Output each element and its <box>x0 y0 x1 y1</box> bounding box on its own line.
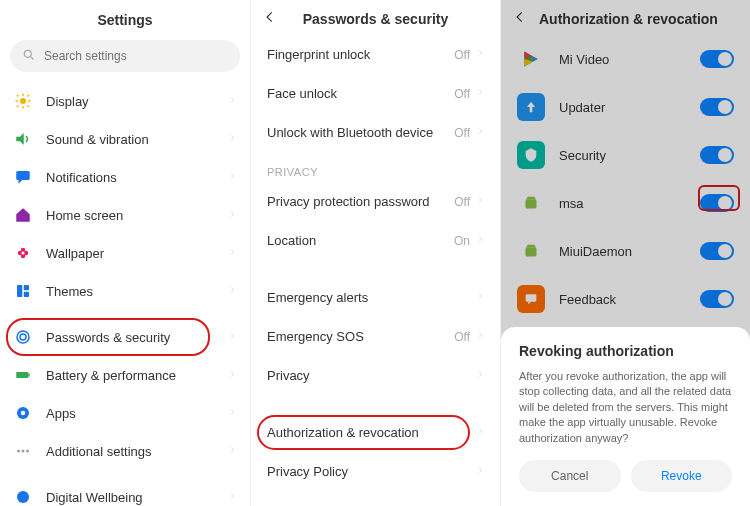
settings-row-label: Sound & vibration <box>46 132 228 147</box>
chevron-right-icon <box>476 233 484 248</box>
setting-row[interactable]: Privacy <box>251 356 500 395</box>
settings-row-label: Additional settings <box>46 444 228 459</box>
svg-marker-13 <box>19 180 23 184</box>
setting-row-label: Fingerprint unlock <box>267 47 454 62</box>
setting-row[interactable]: Privacy protection passwordOff <box>251 182 500 221</box>
setting-row-label: Privacy Policy <box>267 464 476 479</box>
circle-icon <box>14 488 32 506</box>
setting-row[interactable]: Face unlockOff <box>251 74 500 113</box>
settings-row[interactable]: Notifications <box>0 158 250 196</box>
settings-row-label: Apps <box>46 406 228 421</box>
chevron-right-icon <box>228 132 236 147</box>
settings-row[interactable]: Sound & vibration <box>0 120 250 158</box>
setting-row-label: Authorization & revocation <box>267 425 476 440</box>
svg-rect-19 <box>17 285 22 297</box>
speaker-icon <box>14 130 32 148</box>
authorization-revocation-pane: Authorization & revocation Mi VideoUpdat… <box>500 0 750 506</box>
svg-line-10 <box>28 95 30 97</box>
svg-rect-21 <box>24 292 29 297</box>
setting-row[interactable]: LocationOn <box>251 221 500 260</box>
svg-point-28 <box>17 450 20 453</box>
gear-icon <box>14 404 32 422</box>
settings-row[interactable]: Passwords & security <box>0 318 250 356</box>
settings-row-label: Home screen <box>46 208 228 223</box>
fingerprint-icon <box>14 328 32 346</box>
setting-row-value: Off <box>454 87 470 101</box>
settings-row-label: Display <box>46 94 228 109</box>
setting-row[interactable]: Privacy Policy <box>251 452 500 491</box>
setting-row[interactable]: Fingerprint unlockOff <box>251 35 500 74</box>
chevron-right-icon <box>476 86 484 101</box>
svg-point-27 <box>21 411 26 416</box>
svg-marker-11 <box>16 133 24 145</box>
setting-row-value: Off <box>454 330 470 344</box>
settings-row-label: Battery & performance <box>46 368 228 383</box>
svg-point-2 <box>20 98 26 104</box>
settings-row-label: Passwords & security <box>46 330 228 345</box>
search-icon <box>22 48 44 65</box>
settings-row[interactable]: Themes <box>0 272 250 310</box>
settings-row-label: Digital Wellbeing <box>46 490 228 505</box>
chevron-right-icon <box>228 368 236 383</box>
home-icon <box>14 206 32 224</box>
setting-row-value: Off <box>454 126 470 140</box>
chevron-right-icon <box>228 406 236 421</box>
flower-icon <box>14 244 32 262</box>
svg-rect-20 <box>24 285 29 290</box>
setting-row-label: Face unlock <box>267 86 454 101</box>
chevron-right-icon <box>476 425 484 440</box>
settings-row[interactable]: Digital Wellbeing <box>0 478 250 506</box>
setting-row[interactable]: Emergency alerts <box>251 278 500 317</box>
setting-row-label: Privacy <box>267 368 476 383</box>
svg-rect-25 <box>28 374 30 377</box>
chevron-right-icon <box>228 246 236 261</box>
chevron-right-icon <box>476 329 484 344</box>
chevron-right-icon <box>228 208 236 223</box>
settings-row[interactable]: Wallpaper <box>0 234 250 272</box>
svg-rect-24 <box>16 372 28 378</box>
search-bar[interactable] <box>10 40 240 72</box>
svg-line-1 <box>31 56 34 59</box>
setting-row-label: Location <box>267 233 454 248</box>
dialog-body: After you revoke authorization, the app … <box>519 369 732 446</box>
setting-row[interactable]: Emergency SOSOff <box>251 317 500 356</box>
sun-icon <box>14 92 32 110</box>
comment-icon <box>14 168 32 186</box>
cancel-button[interactable]: Cancel <box>519 460 621 492</box>
settings-row[interactable]: Battery & performance <box>0 356 250 394</box>
chevron-right-icon <box>476 194 484 209</box>
chevron-right-icon <box>476 47 484 62</box>
revoke-button[interactable]: Revoke <box>631 460 733 492</box>
chevron-right-icon <box>476 368 484 383</box>
settings-row[interactable]: Home screen <box>0 196 250 234</box>
setting-row-label: Emergency alerts <box>267 290 476 305</box>
setting-row-value: Off <box>454 195 470 209</box>
svg-point-18 <box>22 252 25 255</box>
setting-row[interactable]: Unlock with Bluetooth deviceOff <box>251 113 500 152</box>
settings-row[interactable]: Additional settings <box>0 432 250 470</box>
battery-icon <box>14 366 32 384</box>
chevron-right-icon <box>228 170 236 185</box>
svg-point-0 <box>24 50 31 57</box>
setting-row-value: On <box>454 234 470 248</box>
settings-row-label: Themes <box>46 284 228 299</box>
svg-rect-12 <box>16 171 30 180</box>
chevron-right-icon <box>476 464 484 479</box>
settings-pane: Settings DisplaySound & vibrationNotific… <box>0 0 250 506</box>
svg-point-30 <box>26 450 29 453</box>
svg-point-29 <box>22 450 25 453</box>
svg-line-7 <box>17 95 19 97</box>
setting-row[interactable]: Authorization & revocation <box>251 413 500 452</box>
dots-icon <box>14 442 32 460</box>
dialog-title: Revoking authorization <box>519 343 732 359</box>
setting-row-label: Privacy protection password <box>267 194 454 209</box>
settings-row[interactable]: Display <box>0 82 250 120</box>
svg-line-9 <box>17 106 19 108</box>
svg-line-8 <box>28 106 30 108</box>
section-header: PRIVACY <box>251 152 500 182</box>
svg-point-23 <box>20 334 26 340</box>
search-input[interactable] <box>44 49 228 63</box>
settings-row[interactable]: Apps <box>0 394 250 432</box>
page-title: Passwords & security <box>263 11 488 27</box>
svg-point-22 <box>17 331 29 343</box>
